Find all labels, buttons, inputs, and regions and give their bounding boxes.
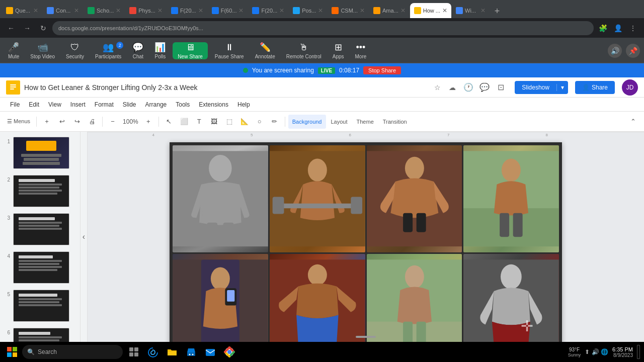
taskbar-task-view[interactable] xyxy=(125,343,143,361)
tab-5[interactable]: F(20... ✕ xyxy=(167,3,207,18)
zoom-mute-button[interactable]: 🎤 Mute xyxy=(4,42,23,59)
zoom-security-button[interactable]: 🛡 Security xyxy=(62,42,88,59)
tab-close-2[interactable]: ✕ xyxy=(74,7,79,14)
menu-arrange[interactable]: Arrange xyxy=(141,99,171,110)
panel-collapse-button[interactable]: ‹ xyxy=(80,132,88,342)
more-options-button[interactable]: ⋮ xyxy=(626,21,640,35)
taskbar-mail[interactable] xyxy=(201,343,219,361)
menu-slide[interactable]: Slide xyxy=(119,99,140,110)
tab-close-5[interactable]: ✕ xyxy=(198,7,203,14)
toolbar-collapse[interactable]: ⌃ xyxy=(626,115,640,129)
refresh-button[interactable]: ↻ xyxy=(36,21,50,35)
toolbar-zoom-level[interactable]: 100% xyxy=(121,118,140,125)
toolbar-add-slide[interactable]: + xyxy=(40,115,54,129)
menu-file[interactable]: File xyxy=(6,99,24,110)
comment-button[interactable]: 💬 xyxy=(477,80,492,95)
tab-1[interactable]: Que... ✕ xyxy=(2,3,42,18)
zoom-icon-1[interactable]: 🔊 xyxy=(608,44,622,58)
menu-view[interactable]: View xyxy=(44,99,65,110)
menu-help[interactable]: Help xyxy=(233,99,254,110)
toolbar-zoom-out[interactable]: − xyxy=(106,115,120,129)
toolbar-redo[interactable]: ↪ xyxy=(70,115,84,129)
star-icon[interactable]: ☆ xyxy=(431,81,443,94)
address-bar[interactable]: docs.google.com/presentation/d/1yZRUtDOo… xyxy=(52,21,594,35)
share-button[interactable]: 👤 Share xyxy=(575,81,615,94)
forward-button[interactable]: → xyxy=(20,21,34,35)
tab-close-6[interactable]: ✕ xyxy=(238,7,244,14)
zoom-stop-video-button[interactable]: 📹 Stop Video xyxy=(26,42,59,59)
slide-thumb-3[interactable]: 3 xyxy=(2,212,78,246)
zoom-polls-button[interactable]: 📊 Polls xyxy=(150,42,170,59)
toolbar-print[interactable]: 🖨 xyxy=(85,115,99,129)
toolbar-shapes[interactable]: ⬚ xyxy=(222,115,236,129)
background-button[interactable]: Background xyxy=(288,115,326,129)
tab-12[interactable]: How ... ✕ xyxy=(410,3,451,18)
tab-13[interactable]: Wi... ✕ xyxy=(452,3,490,18)
layout-button[interactable]: Layout xyxy=(327,115,352,129)
tab-2[interactable]: Con... ✕ xyxy=(43,3,83,18)
zoom-participants-button[interactable]: 👥 Participants 2 xyxy=(91,42,125,59)
tab-6[interactable]: F(60... ✕ xyxy=(208,3,248,18)
history-button[interactable]: 🕐 xyxy=(461,80,475,95)
user-avatar[interactable]: JD xyxy=(622,79,638,96)
theme-button[interactable]: Theme xyxy=(353,115,378,129)
slide-thumb-1[interactable]: 1 xyxy=(2,136,78,170)
profile-button[interactable]: 👤 xyxy=(611,21,625,35)
toolbar-zoom-in[interactable]: + xyxy=(141,115,155,129)
slide-canvas-7[interactable]: ✛ xyxy=(170,142,562,342)
slide-thumb-2[interactable]: 2 xyxy=(2,174,78,208)
menu-extensions[interactable]: Extensions xyxy=(195,99,232,110)
tab-8[interactable]: Pos... ✕ xyxy=(289,3,327,18)
menus-toggle[interactable]: ☰ Menus xyxy=(4,115,33,129)
tab-close-12[interactable]: ✕ xyxy=(442,7,447,14)
tab-close-4[interactable]: ✕ xyxy=(157,7,163,14)
stop-share-button[interactable]: Stop Share xyxy=(363,66,401,74)
taskbar-search[interactable]: 🔍 Search xyxy=(22,345,123,359)
present-view-button[interactable]: ⊡ xyxy=(494,80,508,95)
tab-9[interactable]: CSM... ✕ xyxy=(328,3,369,18)
slide-thumb-4[interactable]: 4 xyxy=(2,250,78,285)
zoom-apps-button[interactable]: ⊞ Apps xyxy=(329,42,348,59)
start-button[interactable] xyxy=(4,344,20,360)
tab-7[interactable]: F(20... ✕ xyxy=(248,3,288,18)
slide-thumb-6[interactable]: 6 xyxy=(2,327,78,342)
taskbar-chrome[interactable] xyxy=(220,343,238,361)
tab-close-3[interactable]: ✕ xyxy=(116,7,121,14)
toolbar-image[interactable]: 🖼 xyxy=(207,115,221,129)
slideshow-btn-group[interactable]: Slideshow ▾ xyxy=(515,81,568,94)
menu-tools[interactable]: Tools xyxy=(172,99,194,110)
zoom-chat-button[interactable]: 💬 Chat xyxy=(128,42,147,59)
back-button[interactable]: ← xyxy=(4,21,18,35)
toolbar-shape[interactable]: ⬜ xyxy=(177,115,191,129)
taskbar-edge[interactable] xyxy=(144,343,162,361)
new-tab-button[interactable]: + xyxy=(490,4,504,18)
zoom-pause-share-button[interactable]: ⏸ Pause Share xyxy=(211,42,248,59)
toolbar-circle[interactable]: ○ xyxy=(253,115,267,129)
tab-close-10[interactable]: ✕ xyxy=(400,7,406,14)
menu-insert[interactable]: Insert xyxy=(66,99,90,110)
tab-4[interactable]: Phys... ✕ xyxy=(125,3,167,18)
toolbar-textbox[interactable]: T xyxy=(192,115,206,129)
menu-edit[interactable]: Edit xyxy=(25,99,43,110)
tab-close-9[interactable]: ✕ xyxy=(360,7,365,14)
slideshow-dropdown-icon[interactable]: ▾ xyxy=(556,84,568,91)
toolbar-cursor[interactable]: ↖ xyxy=(162,115,176,129)
taskbar-file-explorer[interactable] xyxy=(163,343,181,361)
slide-thumb-5[interactable]: 5 xyxy=(2,289,78,323)
toolbar-draw[interactable]: ✏ xyxy=(268,115,282,129)
extensions-button[interactable]: 🧩 xyxy=(596,21,610,35)
toolbar-undo[interactable]: ↩ xyxy=(55,115,69,129)
taskbar-store[interactable] xyxy=(182,343,200,361)
tab-3[interactable]: Scho... ✕ xyxy=(84,3,125,18)
zoom-annotate-button[interactable]: ✏️ Annotate xyxy=(251,42,279,59)
transition-button[interactable]: Transition xyxy=(379,115,411,129)
tab-close-8[interactable]: ✕ xyxy=(318,7,323,14)
tab-close-1[interactable]: ✕ xyxy=(33,7,38,14)
show-desktop-button[interactable] xyxy=(637,345,640,359)
tab-10[interactable]: Ama... ✕ xyxy=(369,3,410,18)
zoom-new-share-button[interactable]: 🖥 New Share xyxy=(173,42,207,59)
zoom-more-button[interactable]: ••• More xyxy=(351,42,371,59)
tab-close-7[interactable]: ✕ xyxy=(279,7,284,14)
zoom-icon-2[interactable]: 📌 xyxy=(626,44,640,58)
menu-format[interactable]: Format xyxy=(91,99,118,110)
